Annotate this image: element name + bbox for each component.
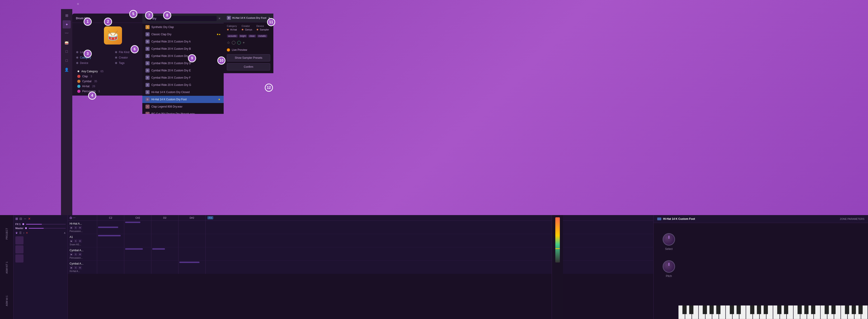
track-1-s[interactable]: S [74,226,78,229]
piano-black-key[interactable] [730,306,734,314]
track-4-cell-c2[interactable] [97,261,124,274]
tag-bright[interactable]: bright [239,35,247,37]
category-hihat[interactable]: Hi-hat 26 [76,84,150,89]
sidebar-icon-star[interactable]: ✦ [63,20,71,29]
track-1-m[interactable]: M [78,226,82,229]
show-sampler-presets-button[interactable]: Show Sampler Presets [227,54,270,61]
arrows-icon[interactable]: ↕ [23,231,24,234]
piano-black-key[interactable] [716,306,720,314]
tag-clean[interactable]: clean [248,35,256,37]
bottom-close-icon[interactable]: ✕ [26,231,28,234]
piano-black-key[interactable] [764,306,768,314]
confirm-button[interactable]: Confirm [227,63,270,70]
pitch-knob[interactable] [663,260,675,273]
result-cymbal-f[interactable]: D Cymbal Ride 20 K Custom Dry F [142,74,224,81]
chevron-icon[interactable]: ∧ [64,231,66,234]
sidebar-icon-photo2[interactable]: □ [63,57,71,65]
category-clap[interactable]: Clap 3 [76,74,150,79]
sidebar-icon-photo[interactable]: □ [63,47,71,56]
piano-black-key[interactable] [798,306,802,314]
detail-circle-button-2[interactable] [237,41,241,44]
result-synthetic-dry-clap[interactable]: S Synthetic Dry Clap [142,24,224,31]
piano-black-key[interactable] [784,306,788,314]
filter-location[interactable]: ✱ Location [76,50,111,55]
seq-icon-close[interactable]: ✕ [28,217,31,221]
category-cymbal[interactable]: Cymbal 35 [76,79,150,84]
track-2-cell-ds2[interactable] [179,234,206,247]
result-cymbal-a[interactable]: D Cymbal Ride 20 K Custom Dry A [142,38,224,45]
seq-icon-3[interactable]: ↔ [24,217,27,221]
track-3-cell-c2[interactable] [97,247,124,260]
seq-icon-2[interactable]: ⊟ [20,217,22,221]
track-3-s[interactable]: S [74,253,78,256]
add-track-button[interactable]: + [77,2,79,6]
piano-black-key[interactable] [689,306,693,314]
result-cymbal-c[interactable]: D Cymbal Ride 20 K Custom Dry C [142,53,224,60]
track-4-cell-d2[interactable] [151,261,179,274]
piano-black-key[interactable] [750,306,754,314]
piano-black-key[interactable] [811,306,815,314]
category-any[interactable]: ✱ Any Category 65 [76,69,150,74]
category-percussion[interactable]: Percussion 1 [76,89,150,94]
track-4-s[interactable]: S [74,266,78,269]
result-hihat-foot[interactable]: D Hi-Hat 14 K Custom Dry Foot ★ [142,96,224,103]
track-3-cell-cs2[interactable] [124,247,151,260]
seq-icon-1[interactable]: ⊞ [16,217,18,221]
piano-black-key[interactable] [859,306,863,314]
piano-black-key[interactable] [804,306,808,314]
search-input[interactable] [152,17,215,20]
piano-black-key[interactable] [710,306,714,314]
filter-device[interactable]: ✱ Device [76,61,111,65]
track-4-m[interactable]: M [78,266,82,269]
detail-circle-button-1[interactable] [232,41,236,44]
piano-black-key[interactable] [703,306,707,314]
sidebar-icon-wave[interactable]: 〰 [63,29,71,37]
piano-black-key[interactable] [683,306,687,314]
result-clap-legend[interactable]: ~ Clap Legend 808 Dry.wav [142,103,224,110]
result-cymbal-g[interactable]: D Cymbal Ride 20 K Custom Dry G [142,81,224,89]
tag-acoustic[interactable]: acoustic [227,35,238,37]
result-cymbal-d[interactable]: D Cymbal Ride 20 K Custom Dry D [142,60,224,67]
sidebar-icon-user[interactable]: 👤 [63,65,71,74]
track-1-cell-d2[interactable] [151,221,179,234]
track-2-cell-cs2[interactable] [124,234,151,247]
list-icon[interactable]: ☰ [19,231,22,234]
track-4-cell-cs2[interactable] [124,261,151,274]
track-1-cell-ds2[interactable] [179,221,206,234]
piano-black-key[interactable] [777,306,781,314]
sidebar-icon-drum[interactable]: 🥁 [63,38,71,46]
tag-metallic[interactable]: metallic [257,35,267,37]
sidebar-icon-grid[interactable]: ⊞ [63,11,71,20]
piano-black-key[interactable] [737,306,741,314]
track-3-play[interactable]: ▶ [70,253,73,256]
track-1-cell-cs2[interactable] [124,221,151,234]
track-1-cell-c2[interactable] [97,221,124,234]
result-hihat-closed[interactable]: D Hi-Hat 14 K Custom Dry Closed [142,89,224,96]
track-4-cell-ds2[interactable] [179,261,206,274]
track-2-m[interactable]: M [78,239,82,243]
track-1-play[interactable]: ▶ [70,226,73,229]
master-slider[interactable] [29,228,66,229]
piano-black-key[interactable] [852,306,856,314]
filter-category[interactable]: ✱ Category [76,55,111,60]
track-3-m[interactable]: M [78,253,82,256]
track-2-cell-d2[interactable] [151,234,179,247]
fader-handle[interactable] [555,248,560,249]
detail-add-button[interactable]: + [243,41,245,45]
piano-black-key[interactable] [757,306,761,314]
select-knob[interactable] [663,233,675,246]
track-2-s[interactable]: S [74,239,78,243]
piano-black-key[interactable] [825,306,829,314]
track-2-cell-c2[interactable] [97,234,124,247]
search-close-button[interactable]: × [218,17,220,21]
result-rc-cut[interactable]: ~ RC Cut 054 Pnotap Dry Illspark.wav [142,110,224,114]
result-cymbal-b[interactable]: D Cymbal Ride 20 K Custom Dry B [142,45,224,53]
result-cymbal-e[interactable]: D Cymbal Ride 20 K Custom Dry E [142,67,224,74]
track-2-play[interactable]: ▶ [70,239,73,243]
track-4-play[interactable]: ▶ [70,266,73,269]
piano-black-key[interactable] [831,306,835,314]
result-classic-clap-dry[interactable]: D Classic Clap Dry ★● [142,31,224,38]
fx-slider-1[interactable] [26,224,66,225]
detail-star-button[interactable]: ☆ [227,40,230,45]
piano-black-key[interactable] [845,306,849,314]
